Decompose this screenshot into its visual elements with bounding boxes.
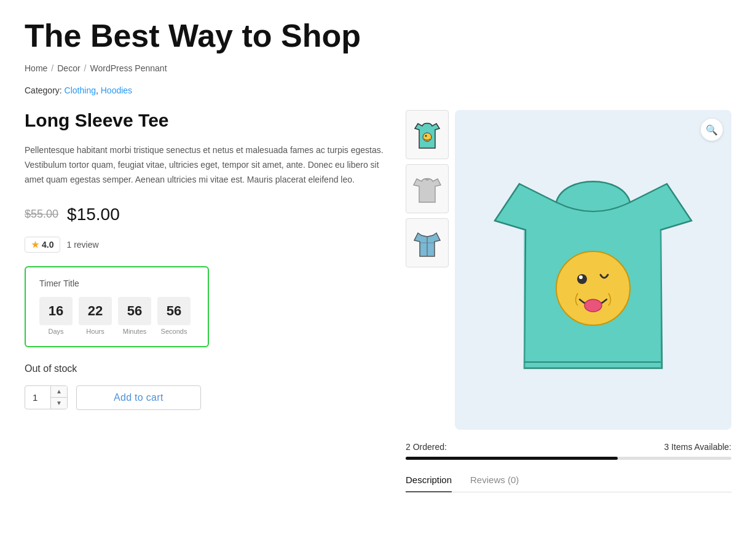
breadcrumb-home[interactable]: Home xyxy=(25,63,47,73)
thumbnails xyxy=(406,110,449,430)
timer-hours-label: Hours xyxy=(86,328,104,335)
thumbnail-1[interactable] xyxy=(406,110,449,159)
rating-row: ★ 4.0 1 review xyxy=(25,237,393,253)
category-label: Category: xyxy=(25,85,62,95)
breadcrumb: Home / Decor / WordPress Pennant xyxy=(25,63,731,73)
svg-point-2 xyxy=(556,251,630,325)
quantity-up-button[interactable]: ▲ xyxy=(51,386,67,398)
right-panel: 🔍 xyxy=(406,110,731,492)
stock-panel: 2 Ordered: 3 Items Available: Descriptio… xyxy=(406,442,731,492)
thumbnail-3[interactable] xyxy=(406,218,449,267)
breadcrumb-sep-2: / xyxy=(84,63,87,73)
timer-box: Timer Title 16 Days 22 Hours 56 Minutes xyxy=(25,266,209,347)
timer-title: Timer Title xyxy=(39,278,194,288)
quantity-down-button[interactable]: ▼ xyxy=(51,398,67,409)
image-area: 🔍 xyxy=(406,110,731,430)
rating-badge[interactable]: ★ 4.0 xyxy=(25,237,60,253)
left-panel: Long Sleeve Tee Pellentesque habitant mo… xyxy=(25,110,406,492)
rating-value: 4.0 xyxy=(42,240,53,250)
svg-point-1 xyxy=(425,135,427,137)
timer-seconds-label: Seconds xyxy=(161,328,187,335)
timer-minutes-value: 56 xyxy=(118,297,151,325)
timer-hours-value: 22 xyxy=(79,297,112,325)
svg-point-4 xyxy=(579,275,583,279)
timer-seconds-value: 56 xyxy=(157,297,191,325)
price-current: $15.00 xyxy=(67,205,120,224)
breadcrumb-current: WordPress Pennant xyxy=(90,63,167,73)
timer-days: 16 Days xyxy=(39,297,73,335)
timer-hours: 22 Hours xyxy=(79,297,112,335)
page-title: The Best Way to Shop xyxy=(25,18,731,53)
stock-bar xyxy=(406,457,731,460)
out-of-stock-label: Out of stock xyxy=(25,363,393,374)
price-row: $55.00 $15.00 xyxy=(25,205,393,224)
svg-point-5 xyxy=(585,299,602,312)
price-original: $55.00 xyxy=(25,208,58,221)
category-line: Category: Clothing, Hoodies xyxy=(25,85,731,95)
zoom-icon: 🔍 xyxy=(706,124,718,136)
product-title: Long Sleeve Tee xyxy=(25,110,393,131)
tshirt-illustration xyxy=(482,141,704,399)
timer-minutes-label: Minutes xyxy=(123,328,147,335)
timer-units: 16 Days 22 Hours 56 Minutes 56 Seconds xyxy=(39,297,194,335)
cart-row: 1 ▲ ▼ Add to cart xyxy=(25,385,393,410)
main-product-image: 🔍 xyxy=(455,110,731,430)
timer-minutes: 56 Minutes xyxy=(118,297,151,335)
tab-description[interactable]: Description xyxy=(406,475,452,492)
star-icon: ★ xyxy=(31,240,39,250)
quantity-value: 1 xyxy=(25,387,50,408)
quantity-stepper[interactable]: 1 ▲ ▼ xyxy=(25,385,68,409)
breadcrumb-sep-1: / xyxy=(51,63,53,73)
stock-stats: 2 Ordered: 3 Items Available: xyxy=(406,442,731,452)
timer-seconds: 56 Seconds xyxy=(157,297,191,335)
review-count: 1 review xyxy=(66,240,98,250)
category-clothing[interactable]: Clothing xyxy=(65,85,96,95)
product-description: Pellentesque habitant morbi tristique se… xyxy=(25,143,393,187)
ordered-label: 2 Ordered: xyxy=(406,442,447,452)
timer-days-value: 16 xyxy=(39,297,73,325)
thumbnail-2[interactable] xyxy=(406,164,449,213)
available-label: 3 Items Available: xyxy=(664,442,731,452)
timer-days-label: Days xyxy=(48,328,63,335)
breadcrumb-decor[interactable]: Decor xyxy=(57,63,80,73)
zoom-button[interactable]: 🔍 xyxy=(701,119,723,141)
svg-point-3 xyxy=(577,274,587,284)
tab-reviews[interactable]: Reviews (0) xyxy=(470,475,519,492)
add-to-cart-button[interactable]: Add to cart xyxy=(76,385,201,410)
category-hoodies[interactable]: Hoodies xyxy=(101,85,132,95)
product-tabs: Description Reviews (0) xyxy=(406,475,731,492)
stock-bar-fill xyxy=(406,457,618,460)
